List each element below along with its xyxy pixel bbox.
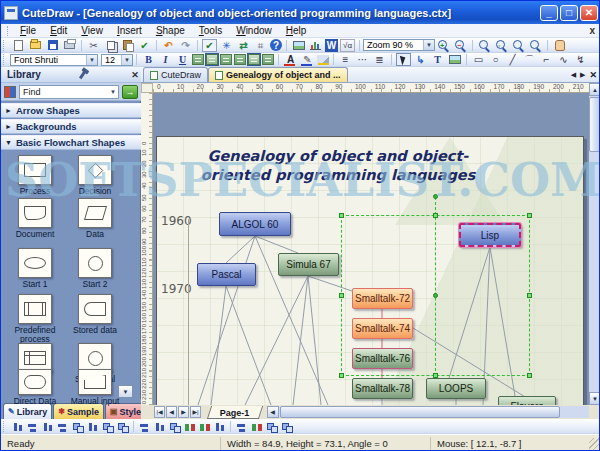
curve-tool-icon[interactable]: ∿ <box>556 53 571 66</box>
italic-icon[interactable]: I <box>158 53 173 66</box>
node-smalltalk78[interactable]: Smalltalk-78 <box>352 378 413 399</box>
font-size-combo[interactable]: 12 ▼ <box>101 54 133 66</box>
formula-icon[interactable]: √α <box>340 39 355 52</box>
valign-bottom-icon[interactable] <box>262 54 274 65</box>
selection-handle[interactable] <box>527 213 532 218</box>
zoom-out-icon[interactable]: − <box>453 39 468 52</box>
shape-start1[interactable]: Start 1 <box>7 248 63 289</box>
crop-icon[interactable]: ⌗ <box>253 39 268 52</box>
align-tool-icon[interactable] <box>41 421 54 432</box>
connector-tool-icon[interactable]: ↳ <box>413 53 428 66</box>
find-combo[interactable]: Find ▼ <box>19 85 119 99</box>
valign-top-icon[interactable] <box>234 54 246 65</box>
node-simula67[interactable]: Simula 67 <box>278 253 339 276</box>
section-arrow-shapes[interactable]: ► Arrow Shapes <box>1 103 141 118</box>
align-tool-icon[interactable] <box>213 421 226 432</box>
maximize-button[interactable]: □ <box>560 5 578 21</box>
line-weight-icon[interactable]: ≡ <box>338 53 353 66</box>
align-right-icon[interactable] <box>220 54 232 65</box>
doc-tab-cutedraw[interactable]: CuteDraw <box>143 67 208 82</box>
shape-stored-data[interactable]: Stored data <box>67 294 123 335</box>
menu-edit[interactable]: Edit <box>43 25 74 36</box>
new-icon[interactable] <box>11 39 26 52</box>
chevron-down-icon[interactable]: ▼ <box>110 89 118 95</box>
underline-icon[interactable]: U <box>175 53 190 66</box>
align-tool-icon[interactable] <box>71 421 84 432</box>
shape-direct-data[interactable]: Direct Data <box>7 369 63 406</box>
open-icon[interactable] <box>28 39 43 52</box>
align-tool-icon[interactable] <box>56 421 69 432</box>
shape-document[interactable]: Document <box>7 198 63 239</box>
tab-scroll-left-icon[interactable]: ◀ <box>571 71 576 79</box>
pointer-tool-icon[interactable] <box>396 53 411 66</box>
chevron-down-icon[interactable]: ▼ <box>86 55 97 65</box>
menu-tools[interactable]: Tools <box>192 25 229 36</box>
fill-color-icon[interactable] <box>317 55 329 65</box>
swap-icon[interactable]: ⇄ <box>236 39 251 52</box>
freeform-tool-icon[interactable]: ↯ <box>573 53 588 66</box>
chevron-down-icon[interactable]: ▼ <box>121 55 132 65</box>
font-color-icon[interactable]: A <box>283 53 298 66</box>
align-tool-icon[interactable] <box>265 421 278 432</box>
format-painter-icon[interactable]: ✳ <box>219 39 234 52</box>
arc-tool-icon[interactable]: ⌒ <box>522 53 537 66</box>
section-basic-flowchart[interactable]: ▼ Basic Flowchart Shapes <box>1 135 141 150</box>
zoom-width-icon[interactable] <box>511 39 526 52</box>
scroll-down-icon[interactable]: ▼ <box>589 392 600 405</box>
zoom-in-icon[interactable]: + <box>436 39 451 52</box>
menu-file[interactable]: File <box>13 25 43 36</box>
shape-decision[interactable]: Decision <box>67 155 123 196</box>
align-center-icon[interactable] <box>206 54 218 65</box>
print-icon[interactable] <box>62 39 77 52</box>
node-flavors[interactable]: Flavors <box>498 396 556 405</box>
doc-tab-genealogy[interactable]: Genealogy of object and ... <box>208 67 348 82</box>
save-icon[interactable] <box>45 39 60 52</box>
last-page-icon[interactable]: ▶| <box>190 406 201 418</box>
vertical-scroll-thumb[interactable] <box>589 97 600 152</box>
rectangle-tool-icon[interactable]: ▭ <box>471 53 486 66</box>
line-style-icon[interactable]: ⋯ <box>355 53 370 66</box>
align-tool-icon[interactable] <box>86 421 99 432</box>
selection-handle[interactable] <box>339 293 344 298</box>
resize-grip[interactable] <box>589 438 600 450</box>
node-loops[interactable]: LOOPS <box>426 378 486 399</box>
undo-icon[interactable]: ↶ <box>161 39 176 52</box>
first-page-icon[interactable]: |◀ <box>154 406 165 418</box>
text-tool-icon[interactable]: T <box>430 53 445 66</box>
scroll-left-icon[interactable]: ◀ <box>267 406 279 418</box>
shape-process[interactable]: Process <box>7 155 63 196</box>
ellipse-tool-icon[interactable]: ○ <box>488 53 503 66</box>
node-pascal[interactable]: Pascal <box>197 263 256 286</box>
shape-predefined-process[interactable]: Predefined process <box>7 294 63 344</box>
align-tool-icon[interactable] <box>235 421 248 432</box>
find-go-button[interactable]: → <box>122 85 138 99</box>
drawing-viewport[interactable]: Genealogy of object and object- oriented… <box>153 93 589 405</box>
align-tool-icon[interactable] <box>183 421 196 432</box>
rotation-handle[interactable] <box>433 194 438 199</box>
shield-check-icon[interactable]: ✔ <box>202 39 217 52</box>
export-image-icon[interactable] <box>291 39 306 52</box>
align-tool-icon[interactable] <box>138 421 151 432</box>
cut-icon[interactable]: ✂ <box>86 39 101 52</box>
menu-window[interactable]: Window <box>229 25 279 36</box>
zoom-100-icon[interactable] <box>477 39 492 52</box>
shape-manual-input[interactable]: Manual input <box>67 369 123 406</box>
align-tool-icon[interactable] <box>153 421 166 432</box>
pin-icon[interactable] <box>79 70 86 78</box>
horizontal-scroll-thumb[interactable] <box>280 406 560 418</box>
zoom-selection-icon[interactable] <box>528 39 543 52</box>
close-button[interactable]: ✕ <box>580 5 598 21</box>
panel-close-icon[interactable]: ✕ <box>129 70 141 80</box>
tab-close-icon[interactable]: ✕ <box>589 70 597 80</box>
align-tool-icon[interactable] <box>198 421 211 432</box>
align-tool-icon[interactable] <box>11 421 24 432</box>
selection-handle[interactable] <box>433 373 438 378</box>
selection-handle[interactable] <box>527 373 532 378</box>
menu-help[interactable]: Help <box>279 25 314 36</box>
section-backgrounds[interactable]: ► Backgrounds <box>1 119 141 134</box>
zoom-page-icon[interactable]: ◦ <box>494 39 509 52</box>
align-tool-icon[interactable] <box>116 421 129 432</box>
word-export-icon[interactable]: W <box>325 39 338 52</box>
menu-view[interactable]: View <box>74 25 110 36</box>
shape-start2[interactable]: Start 2 <box>67 248 123 289</box>
